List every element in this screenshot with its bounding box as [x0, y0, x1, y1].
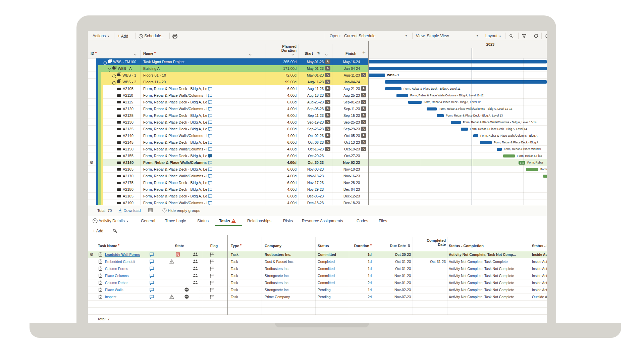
gantt-bar[interactable] [543, 175, 547, 178]
tab-resource-assignments[interactable]: Resource Assignments [302, 216, 343, 226]
col-status-completion[interactable]: Status - Completion [449, 244, 484, 248]
flag-icon[interactable] [210, 259, 214, 265]
tab-tasks[interactable]: Tasks [219, 216, 236, 226]
col-duration[interactable]: Duration [341, 244, 372, 248]
gantt-bar[interactable] [480, 141, 492, 144]
col-type[interactable]: Type [231, 244, 241, 248]
gear-icon[interactable]: ⚙ [90, 159, 94, 166]
grid-row[interactable]: − WBS - TM100Task Mgmt Demo Project265.0… [88, 58, 547, 65]
gantt-bar[interactable] [427, 107, 437, 110]
col-id-header[interactable]: ID [91, 51, 97, 55]
task-name-link[interactable]: Embedded Conduit [105, 258, 149, 265]
gantt-bar[interactable] [368, 67, 547, 70]
grid-row[interactable]: A2115Form, Rebar & Place Deck - Bldg A, … [88, 99, 547, 105]
comment-icon[interactable] [208, 153, 212, 158]
flag-icon[interactable] [210, 294, 214, 300]
gear-icon[interactable]: ⚙ [90, 251, 94, 258]
grid-row[interactable]: − WBS - ABuilding A171.00dMay-01-23AJan-… [88, 65, 547, 72]
gantt-bar[interactable] [385, 80, 547, 84]
flag-icon[interactable] [210, 287, 214, 293]
col-completed-date[interactable]: CompletedDate [410, 238, 446, 246]
col-status-date[interactable]: Status - Dat [532, 244, 547, 248]
ellipsis-more[interactable]: ... [199, 293, 203, 301]
col-finish-header[interactable]: Finish [345, 51, 356, 55]
col-start-header[interactable]: Start [305, 51, 313, 55]
comment-icon[interactable] [150, 281, 154, 285]
comment-icon[interactable] [208, 187, 212, 192]
grid-row[interactable]: A2110Form, Rebar & Place Walls/Columns -… [88, 92, 547, 99]
tab-risks[interactable]: Risks [283, 216, 293, 226]
chevron-down-icon[interactable] [134, 53, 137, 55]
comment-icon[interactable] [208, 86, 212, 91]
col-company[interactable]: Company [265, 244, 281, 248]
comment-icon[interactable] [208, 194, 212, 198]
comment-icon[interactable] [208, 160, 212, 165]
gantt-bar[interactable] [461, 128, 468, 131]
ellipsis-more[interactable]: ... [199, 286, 203, 293]
grid-row[interactable]: A2170Form, Rebar & Place Walls/Columns -… [88, 173, 547, 179]
col-due-date[interactable]: Due Date [375, 244, 406, 248]
gantt-bar[interactable] [526, 168, 538, 171]
filter-button[interactable] [522, 31, 526, 41]
gantt-bar[interactable] [385, 87, 401, 90]
print-button[interactable] [172, 31, 177, 41]
chevron-down-icon[interactable] [325, 53, 328, 55]
task-name-link[interactable]: Leadside Wall Forms [105, 251, 149, 258]
grid-row[interactable]: A2190Form, Rebar & Place Walls/Columns -… [88, 199, 547, 205]
col-planned-header[interactable]: PlannedDuration [266, 44, 297, 52]
col-name-header[interactable]: Name [143, 51, 156, 55]
chevron-down-icon[interactable] [291, 53, 294, 55]
open-schedule-select[interactable]: Current Schedule [344, 31, 375, 41]
flag-icon[interactable] [210, 252, 214, 258]
hide-empty-groups-button[interactable]: Hide empty groups [162, 205, 200, 216]
task-add-button[interactable]: + Add [93, 226, 103, 235]
tab-trace-logic[interactable]: Trace Logic [165, 216, 186, 226]
schedule-button[interactable]: Schedule... [139, 31, 164, 41]
grid-row[interactable]: A2125Form, Rebar & Place Deck - Bldg A, … [88, 112, 547, 119]
grid-row[interactable]: A2175Form, Rebar & Place Deck - Bldg A, … [88, 179, 547, 186]
col-task-name[interactable]: Task Name [98, 244, 119, 248]
comment-icon[interactable] [208, 127, 212, 131]
grid-row[interactable]: A2140Form, Rebar & Place Walls/Columns -… [88, 132, 547, 139]
grid-row[interactable]: A2135Form, Rebar & Place Deck - Bldg A, … [88, 126, 547, 132]
gantt-bar[interactable] [451, 121, 461, 124]
clipped-toolbar-button[interactable] [544, 31, 547, 41]
comment-icon[interactable] [208, 180, 212, 185]
grid-row[interactable]: ⚙A2160Form, Rebar & Place Walls/Columns … [88, 159, 547, 166]
gantt-bar[interactable] [473, 134, 478, 137]
flag-icon[interactable] [210, 273, 214, 279]
comment-icon[interactable] [208, 140, 212, 145]
comment-icon[interactable] [150, 260, 154, 264]
download-button[interactable]: Download [118, 205, 141, 216]
grid-row[interactable]: A2155Form, Rebar & Place Deck - Bldg A, … [88, 152, 547, 159]
comment-icon[interactable] [208, 167, 212, 172]
comment-icon[interactable] [208, 93, 212, 98]
chevron-down-icon[interactable] [249, 53, 252, 55]
task-name-link[interactable]: Column Rebar [105, 279, 149, 286]
gantt-bar[interactable] [368, 60, 547, 63]
add-column-button[interactable]: + [362, 49, 366, 56]
grid-row[interactable]: A2145Form, Rebar & Place Deck - Bldg A, … [88, 139, 547, 146]
collapse-icon[interactable]: − [108, 68, 111, 72]
gantt-bar[interactable] [368, 74, 385, 77]
comment-icon[interactable] [208, 174, 212, 178]
collapse-icon[interactable]: − [112, 81, 116, 85]
tab-relationships[interactable]: Relationships [247, 216, 271, 226]
tab-status[interactable]: Status [197, 216, 209, 226]
gantt-bar[interactable] [497, 148, 502, 151]
gantt-bar[interactable] [396, 94, 408, 97]
task-name-link[interactable]: Place Walls [105, 286, 149, 293]
grid-row[interactable]: A2130Form, Rebar & Place Deck - Bldg A, … [88, 119, 547, 126]
tab-general[interactable]: General [141, 216, 155, 226]
actions-button[interactable]: Actions▼ [93, 31, 110, 41]
activity-details-selector[interactable]: Activity Details▼ [93, 216, 129, 226]
comment-icon[interactable] [150, 295, 154, 300]
col-status[interactable]: Status [318, 244, 329, 248]
grid-row[interactable]: A2180Form, Rebar & Place Deck - Bldg A, … [88, 186, 547, 193]
grid-row[interactable]: A2165Form, Rebar & Place Deck - Bldg A, … [88, 166, 547, 173]
grid-row[interactable]: + WBS - 1Floors 01 - 1072.00dMay-01-23AA… [88, 72, 547, 79]
caret-down-icon[interactable]: ▼ [476, 31, 479, 41]
task-name-link[interactable]: Inspect [105, 293, 149, 301]
tab-codes[interactable]: Codes [357, 216, 368, 226]
grid-row[interactable]: − WBS - 2Floors 11 - 2099.00dAug-11-23AJ… [88, 79, 547, 85]
